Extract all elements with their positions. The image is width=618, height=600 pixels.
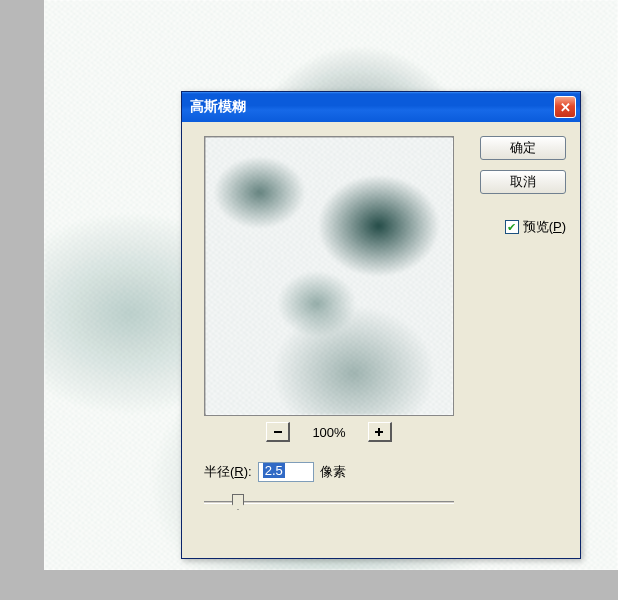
zoom-out-button[interactable] <box>266 422 290 442</box>
close-button[interactable]: ✕ <box>554 96 576 118</box>
check-icon: ✔ <box>507 221 516 234</box>
minus-icon <box>273 427 283 437</box>
close-icon: ✕ <box>560 100 571 115</box>
svg-rect-2 <box>378 428 380 436</box>
radius-label: 半径(R): <box>204 463 252 481</box>
preview-pane[interactable] <box>204 136 454 416</box>
radius-slider[interactable] <box>204 492 454 512</box>
svg-rect-0 <box>274 431 282 433</box>
ok-button[interactable]: 确定 <box>480 136 566 160</box>
dialog-title: 高斯模糊 <box>190 98 246 116</box>
radius-row: 半径(R): 2.5 像素 <box>204 462 346 482</box>
cancel-button[interactable]: 取消 <box>480 170 566 194</box>
preview-image <box>205 137 453 415</box>
radius-input[interactable]: 2.5 <box>258 462 314 482</box>
titlebar[interactable]: 高斯模糊 ✕ <box>182 92 580 122</box>
gaussian-blur-dialog: 高斯模糊 ✕ 100% 确定 取消 <box>181 91 581 559</box>
dialog-body: 100% 确定 取消 ✔ 预览(P) 半径(R): 2.5 像素 <box>182 122 580 558</box>
radius-unit-label: 像素 <box>320 463 346 481</box>
zoom-in-button[interactable] <box>368 422 392 442</box>
preview-checkbox-label: 预览(P) <box>523 218 566 236</box>
zoom-level-label: 100% <box>312 425 345 440</box>
plus-icon <box>374 427 384 437</box>
preview-checkbox[interactable]: ✔ <box>505 220 519 234</box>
zoom-controls: 100% <box>204 422 454 442</box>
slider-thumb[interactable] <box>232 494 244 510</box>
action-buttons: 确定 取消 <box>480 136 566 194</box>
preview-checkbox-row: ✔ 预览(P) <box>505 218 566 236</box>
